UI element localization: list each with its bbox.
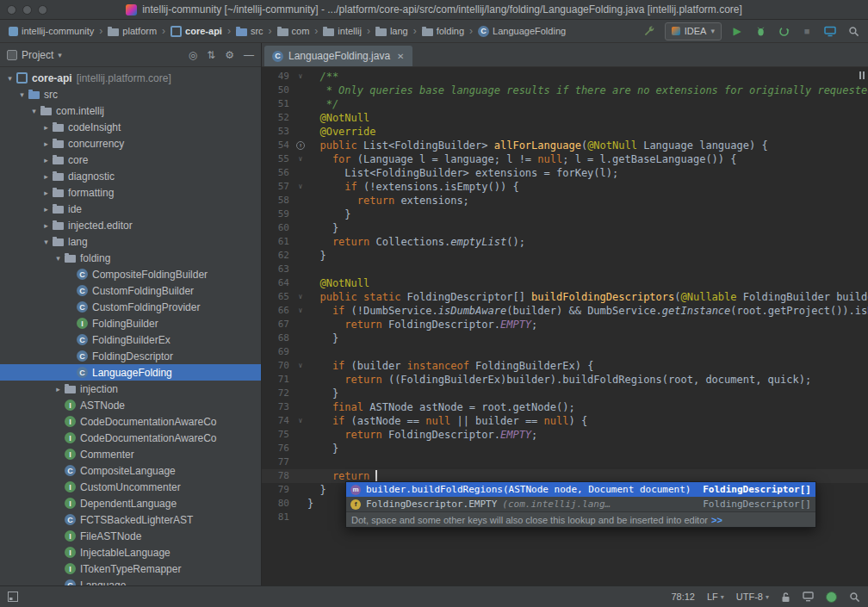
tree-item-CompositeFoldingBuilder[interactable]: CompositeFoldingBuilder bbox=[0, 266, 261, 282]
code-line-66[interactable]: 66∨ if (!DumbService.isDumbAware(builder… bbox=[262, 304, 868, 318]
presentation-button[interactable] bbox=[822, 23, 838, 39]
code-line-59[interactable]: 59 } bbox=[262, 207, 868, 221]
run-button[interactable]: ▶ bbox=[729, 23, 745, 39]
tree-item-core-api[interactable]: ▾core-api[intellij.platform.core] bbox=[0, 70, 261, 86]
toggle-toolwindows-button[interactable] bbox=[8, 592, 18, 602]
code-line-58[interactable]: 58 return extensions; bbox=[262, 194, 868, 207]
tree-expanded-arrow-icon[interactable]: ▾ bbox=[16, 90, 28, 99]
tree-item-FoldingDescriptor[interactable]: FoldingDescriptor bbox=[0, 348, 261, 364]
completion-item[interactable]: FoldingDescriptor.EMPTY (com.intellij.la… bbox=[346, 497, 815, 511]
code-line-74[interactable]: 74∨ if (astNode == null || builder == nu… bbox=[262, 414, 868, 428]
code-line-54[interactable]: 54↑ public List<FoldingBuilder> allForLa… bbox=[262, 139, 868, 152]
minimize-window-button[interactable] bbox=[22, 5, 32, 15]
code-line-73[interactable]: 73 final ASTNode astNode = root.getNode(… bbox=[262, 400, 868, 414]
tree-collapsed-arrow-icon[interactable]: ▸ bbox=[40, 189, 53, 197]
zoom-window-button[interactable] bbox=[38, 5, 47, 15]
tree-item-CompositeLanguage[interactable]: CompositeLanguage bbox=[0, 462, 261, 479]
hide-panel-icon[interactable]: — bbox=[244, 49, 254, 61]
debug-button[interactable] bbox=[753, 23, 768, 39]
tree-item-codeInsight[interactable]: ▸codeInsight bbox=[0, 119, 261, 135]
breadcrumb-item-folding[interactable]: folding bbox=[420, 25, 466, 37]
tree-item-injection[interactable]: ▸injection bbox=[0, 381, 261, 397]
breadcrumb-item-com[interactable]: com bbox=[276, 25, 312, 37]
stop-button[interactable]: ■ bbox=[799, 23, 815, 39]
tree-item-formatting[interactable]: ▸formatting bbox=[0, 184, 261, 201]
hint-more-link[interactable]: >> bbox=[711, 513, 722, 527]
tree-collapsed-arrow-icon[interactable]: ▸ bbox=[40, 123, 53, 132]
tree-item-FCTSBackedLighterAST[interactable]: FCTSBackedLighterAST bbox=[0, 511, 261, 528]
tree-item-injected.editor[interactable]: ▸injected.editor bbox=[0, 217, 261, 233]
tree-item-concurrency[interactable]: ▸concurrency bbox=[0, 135, 261, 152]
code-line-50[interactable]: 50 * Only queries base language results … bbox=[262, 84, 868, 97]
hector-inspections-button[interactable] bbox=[826, 592, 837, 603]
code-line-72[interactable]: 72 } bbox=[262, 387, 868, 400]
tree-item-ITokenTypeRemapper[interactable]: ITokenTypeRemapper bbox=[0, 561, 261, 577]
tree-item-CustomFoldingBuilder[interactable]: CustomFoldingBuilder bbox=[0, 282, 261, 299]
project-panel-header[interactable]: Project ▾ ◎ ⇅ ⚙ — bbox=[0, 43, 261, 67]
settings-gear-icon[interactable]: ⚙ bbox=[225, 49, 234, 61]
tree-collapsed-arrow-icon[interactable]: ▸ bbox=[40, 156, 53, 164]
tree-item-ASTNode[interactable]: ASTNode bbox=[0, 397, 261, 413]
breadcrumb-item-core-api[interactable]: core-api bbox=[169, 25, 224, 38]
tree-collapsed-arrow-icon[interactable]: ▸ bbox=[52, 385, 65, 393]
tree-item-InjectableLanguage[interactable]: InjectableLanguage bbox=[0, 544, 261, 561]
tree-expanded-arrow-icon[interactable]: ▾ bbox=[28, 107, 40, 115]
tree-item-CodeDocumentationAwareCo[interactable]: CodeDocumentationAwareCo bbox=[0, 413, 261, 430]
search-everywhere-button[interactable] bbox=[846, 23, 861, 39]
completion-item[interactable]: builder.buildFoldRegions(ASTNode node, D… bbox=[346, 482, 815, 497]
locate-file-icon[interactable]: ◎ bbox=[189, 49, 197, 61]
code-line-56[interactable]: 56 List<FoldingBuilder> extensions = for… bbox=[262, 166, 868, 180]
code-line-52[interactable]: 52 @NotNull bbox=[262, 111, 868, 125]
code-line-65[interactable]: 65∨ public static FoldingDescriptor[] bu… bbox=[262, 290, 868, 304]
encoding-selector[interactable]: UTF-8 ▾ bbox=[736, 592, 769, 602]
tree-item-LanguageFolding[interactable]: LanguageFolding bbox=[0, 364, 261, 381]
readonly-toggle-button[interactable] bbox=[781, 592, 790, 603]
code-line-69[interactable]: 69 bbox=[262, 345, 868, 359]
tree-item-Language[interactable]: Language bbox=[0, 577, 261, 585]
close-tab-icon[interactable]: ✕ bbox=[397, 52, 404, 61]
tree-item-diagnostic[interactable]: ▸diagnostic bbox=[0, 168, 261, 184]
tree-expanded-arrow-icon[interactable]: ▾ bbox=[3, 74, 16, 83]
tree-item-CodeDocumentationAwareCo[interactable]: CodeDocumentationAwareCo bbox=[0, 430, 261, 446]
tree-item-com.intellij[interactable]: ▾com.intellij bbox=[0, 102, 261, 119]
run-config-selector[interactable]: IDEA ▾ bbox=[665, 22, 722, 40]
tree-collapsed-arrow-icon[interactable]: ▸ bbox=[40, 172, 53, 181]
tree-item-folding[interactable]: ▾folding bbox=[0, 250, 261, 266]
tree-item-FoldingBuilder[interactable]: FoldingBuilder bbox=[0, 315, 261, 331]
code-line-63[interactable]: 63 bbox=[262, 263, 868, 276]
tree-item-CustomFoldingProvider[interactable]: CustomFoldingProvider bbox=[0, 299, 261, 315]
editor-pane[interactable]: 49∨ /**50 * Only queries base language r… bbox=[262, 67, 868, 585]
tree-item-lang[interactable]: ▾lang bbox=[0, 233, 261, 250]
close-window-button[interactable] bbox=[7, 5, 16, 15]
code-line-64[interactable]: 64 @NotNull bbox=[262, 276, 868, 290]
code-line-76[interactable]: 76 } bbox=[262, 442, 868, 455]
breadcrumb-item-src[interactable]: src bbox=[234, 25, 265, 37]
tree-item-DependentLanguage[interactable]: DependentLanguage bbox=[0, 495, 261, 511]
search-button[interactable] bbox=[849, 592, 860, 603]
tree-item-core[interactable]: ▸core bbox=[0, 152, 261, 168]
titlebar[interactable]: intellij-community [~/intellij-community… bbox=[0, 0, 868, 20]
caret-position[interactable]: 78:12 bbox=[671, 592, 695, 602]
breadcrumb-item-intellij[interactable]: intellij bbox=[321, 25, 363, 37]
code-line-75[interactable]: 75 return FoldingDescriptor.EMPTY; bbox=[262, 428, 868, 442]
code-line-70[interactable]: 70∨ if (builder instanceof FoldingBuilde… bbox=[262, 359, 868, 373]
code-line-55[interactable]: 55∨ for (Language l = language; l != nul… bbox=[262, 152, 868, 166]
tree-item-FoldingBuilderEx[interactable]: FoldingBuilderEx bbox=[0, 331, 261, 348]
code-line-62[interactable]: 62 } bbox=[262, 249, 868, 263]
editor-tab-languagefolding[interactable]: LanguageFolding.java ✕ bbox=[264, 46, 412, 66]
tree-item-CustomUncommenter[interactable]: CustomUncommenter bbox=[0, 479, 261, 495]
breadcrumb-item-platform[interactable]: platform bbox=[106, 25, 158, 37]
scrollbar-marks[interactable] bbox=[859, 71, 865, 79]
code-line-67[interactable]: 67 return FoldingDescriptor.EMPTY; bbox=[262, 318, 868, 331]
override-method-icon[interactable]: ↑ bbox=[296, 141, 305, 150]
run-with-coverage-button[interactable] bbox=[776, 23, 791, 39]
tree-collapsed-arrow-icon[interactable]: ▸ bbox=[40, 221, 53, 230]
code-line-77[interactable]: 77 bbox=[262, 455, 868, 469]
code-line-60[interactable]: 60 } bbox=[262, 221, 868, 235]
tree-item-FileASTNode[interactable]: FileASTNode bbox=[0, 528, 261, 544]
tree-expanded-arrow-icon[interactable]: ▾ bbox=[52, 254, 65, 263]
code-line-68[interactable]: 68 } bbox=[262, 331, 868, 345]
tree-item-ide[interactable]: ▸ide bbox=[0, 201, 261, 217]
tree-collapsed-arrow-icon[interactable]: ▸ bbox=[40, 139, 53, 148]
code-line-53[interactable]: 53 @Override bbox=[262, 125, 868, 139]
